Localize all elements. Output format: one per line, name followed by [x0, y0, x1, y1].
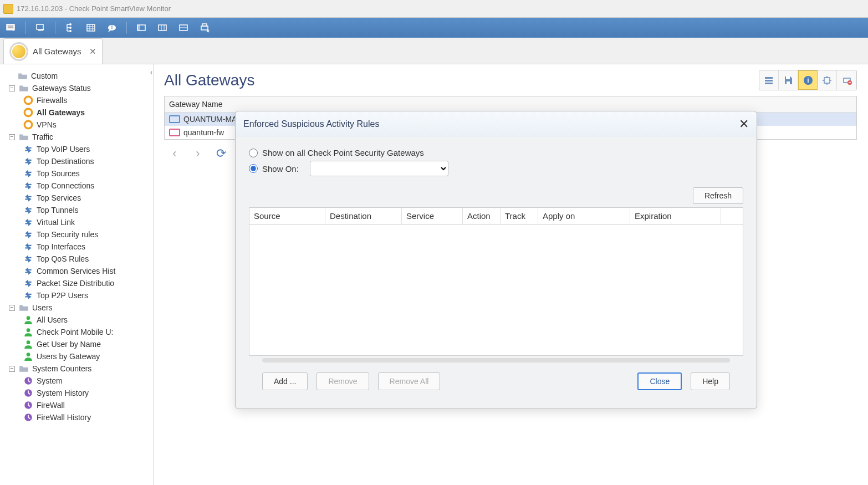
prev-page-icon[interactable]: ‹	[166, 145, 183, 162]
svg-rect-32	[824, 78, 830, 83]
toolbar-panel3-icon[interactable]	[177, 21, 190, 34]
sidebar: ‹ Custom − Gateways Status Firewalls All…	[0, 64, 154, 485]
refresh-icon[interactable]: ⟳	[213, 145, 229, 162]
toolbar-screen-icon[interactable]	[34, 21, 47, 34]
tree-label: Top QoS Rules	[37, 254, 89, 263]
gateway-name-col[interactable]: Gateway Name	[165, 96, 856, 113]
next-page-icon[interactable]: ›	[190, 145, 206, 162]
tree-toggle-icon[interactable]: −	[9, 305, 15, 311]
toolbar-tree-icon[interactable]	[63, 21, 76, 34]
tree-packet-size-distributio[interactable]: Packet Size Distributio	[6, 277, 150, 289]
svg-text:!: !	[111, 24, 113, 30]
save-icon[interactable]	[779, 70, 798, 90]
toolbar-panel1-icon[interactable]	[135, 21, 148, 34]
sidebar-collapse-icon[interactable]: ‹	[150, 69, 152, 76]
tree-traffic[interactable]: − Traffic	[6, 131, 150, 143]
arrows-icon	[23, 242, 33, 252]
tree-system-history[interactable]: System History	[6, 387, 150, 399]
tree-top-p2p-users[interactable]: Top P2P Users	[6, 289, 150, 302]
tree-toggle-icon[interactable]: −	[9, 134, 15, 140]
tree-custom[interactable]: Custom	[6, 70, 150, 82]
tab-all-gateways[interactable]: All Gateways ✕	[3, 38, 103, 64]
radio-on-input[interactable]	[249, 164, 258, 173]
tree-users-by-gateway[interactable]: Users by Gateway	[6, 350, 150, 363]
svg-point-4	[69, 30, 72, 32]
col-expiration[interactable]: Expiration	[630, 208, 721, 224]
tree-common-services-hist[interactable]: Common Services Hist	[6, 265, 150, 277]
remove-button[interactable]: Remove	[316, 372, 369, 390]
user-icon	[23, 351, 33, 361]
remove-all-button[interactable]: Remove All	[378, 372, 441, 390]
arrows-icon	[23, 205, 33, 215]
close-button[interactable]: Close	[637, 372, 682, 390]
tree-top-interfaces[interactable]: Top Interfaces	[6, 241, 150, 253]
arrows-icon	[23, 266, 33, 276]
toolbar-separator	[55, 22, 55, 34]
toolbar-dropdown-icon[interactable]	[4, 21, 18, 34]
rules-scrollbar[interactable]	[262, 358, 730, 363]
help-button[interactable]: Help	[691, 372, 730, 390]
delete-view-icon[interactable]	[837, 70, 856, 90]
folder-icon	[19, 83, 29, 93]
tree-top-voip-users[interactable]: Top VoIP Users	[6, 143, 150, 155]
tree-all-users[interactable]: All Users	[6, 314, 150, 326]
tree-virtual-link[interactable]: Virtual Link	[6, 216, 150, 228]
tree-firewalls[interactable]: Firewalls	[6, 94, 150, 106]
col-source[interactable]: Source	[249, 208, 325, 224]
tree-top-destinations[interactable]: Top Destinations	[6, 155, 150, 167]
col-service[interactable]: Service	[402, 208, 463, 224]
tree-toggle-icon[interactable]: −	[9, 366, 15, 372]
svg-point-3	[69, 27, 72, 29]
radio-show-on[interactable]: Show On:	[249, 161, 743, 176]
dialog-title: Enforced Suspicious Activity Rules	[243, 119, 379, 129]
folder-icon	[19, 132, 29, 142]
tree-firewall-history[interactable]: FireWall History	[6, 411, 150, 423]
svg-point-20	[27, 353, 30, 356]
tree-top-sources[interactable]: Top Sources	[6, 167, 150, 180]
tree-users[interactable]: − Users	[6, 302, 150, 314]
tree-top-security-rules[interactable]: Top Security rules	[6, 228, 150, 241]
radio-all-input[interactable]	[249, 149, 258, 157]
svg-text:i: i	[807, 76, 809, 84]
tree-top-connections[interactable]: Top Connections	[6, 180, 150, 192]
tab-label: All Gateways	[33, 47, 81, 56]
toolbar-alert-icon[interactable]: !	[105, 21, 119, 34]
tree-firewall[interactable]: FireWall	[6, 399, 150, 411]
window-title: 172.16.10.203 - Check Point SmartView Mo…	[17, 4, 171, 13]
app-icon	[3, 4, 13, 14]
tree-toggle-icon[interactable]: −	[9, 85, 15, 91]
tree-top-qos-rules[interactable]: Top QoS Rules	[6, 253, 150, 265]
tree-get-user-by-name[interactable]: Get User by Name	[6, 338, 150, 350]
show-on-select[interactable]	[310, 161, 448, 176]
toolbar-grid-icon[interactable]	[84, 21, 98, 34]
radio-show-all[interactable]: Show on all Check Point Security Gateway…	[249, 148, 743, 157]
tree-label: FireWall	[37, 401, 65, 410]
col-apply-on[interactable]: Apply on	[538, 208, 630, 224]
col-track[interactable]: Track	[501, 208, 538, 224]
tree-all-gateways[interactable]: All Gateways	[6, 106, 150, 119]
counter-icon	[23, 412, 33, 422]
tab-close-icon[interactable]: ✕	[89, 47, 96, 57]
svg-rect-13	[202, 24, 207, 26]
list-view-icon[interactable]	[759, 70, 779, 90]
tree-gateways-status[interactable]: − Gateways Status	[6, 82, 150, 94]
refresh-button[interactable]: Refresh	[693, 187, 743, 204]
tree-system[interactable]: System	[6, 375, 150, 387]
arrows-icon	[23, 229, 33, 239]
tree-top-tunnels[interactable]: Top Tunnels	[6, 204, 150, 216]
expand-icon[interactable]	[818, 70, 837, 90]
info-icon[interactable]: i	[798, 70, 818, 90]
col-action[interactable]: Action	[463, 208, 501, 224]
fw-icon	[23, 120, 33, 130]
add-button[interactable]: Add ...	[262, 372, 308, 390]
toolbar-panel2-icon[interactable]	[156, 21, 169, 34]
toolbar-print-delete-icon[interactable]	[198, 21, 211, 34]
tree-system-counters[interactable]: − System Counters	[6, 363, 150, 375]
tree-top-services[interactable]: Top Services	[6, 192, 150, 204]
tree-check-point-mobile-u-[interactable]: Check Point Mobile U:	[6, 326, 150, 338]
col-destination[interactable]: Destination	[325, 208, 402, 224]
tree-vpns[interactable]: VPNs	[6, 119, 150, 131]
counter-icon	[23, 400, 33, 410]
dialog-close-icon[interactable]: ✕	[739, 117, 749, 131]
folder-icon	[19, 364, 29, 374]
